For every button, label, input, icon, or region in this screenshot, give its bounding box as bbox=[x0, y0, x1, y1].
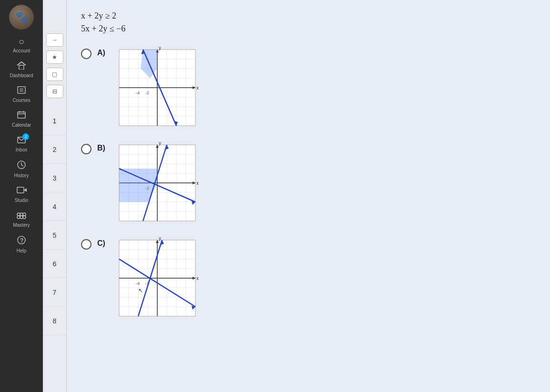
mastery-icon bbox=[16, 211, 27, 221]
svg-point-18 bbox=[20, 216, 23, 219]
option-B-row: B) bbox=[81, 140, 536, 226]
sidebar-item-mastery[interactable]: Mastery bbox=[2, 208, 41, 231]
sidebar-label-help: Help bbox=[17, 248, 27, 253]
help-icon: ? bbox=[17, 235, 26, 247]
option-B-radio[interactable] bbox=[81, 144, 92, 154]
svg-line-9 bbox=[18, 137, 21, 141]
svg-text:y: y bbox=[159, 141, 161, 146]
sidebar-label-mastery: Mastery bbox=[13, 222, 30, 228]
svg-rect-12 bbox=[17, 187, 24, 193]
svg-text:y: y bbox=[159, 45, 161, 50]
svg-rect-4 bbox=[18, 112, 25, 118]
sidebar-item-courses[interactable]: Courses bbox=[2, 83, 41, 106]
svg-text:?: ? bbox=[20, 237, 23, 244]
svg-point-16 bbox=[23, 213, 26, 216]
courses-icon bbox=[17, 86, 26, 97]
num-5[interactable]: 5 bbox=[43, 221, 66, 250]
sidebar-item-help[interactable]: ? Help bbox=[2, 232, 41, 256]
question-line1: x + 2y ≥ 2 bbox=[81, 10, 536, 22]
num-6[interactable]: 6 bbox=[43, 250, 66, 278]
studio-icon bbox=[16, 186, 27, 197]
svg-text:↖: ↖ bbox=[138, 287, 143, 294]
option-C-radio[interactable] bbox=[81, 239, 92, 250]
option-C-row: C) bbox=[81, 235, 536, 321]
svg-text:-2: -2 bbox=[145, 90, 149, 95]
question-header: x + 2y ≥ 2 5x + 2y ≤ −6 bbox=[81, 10, 536, 35]
option-A-graph: x y -2 -4 bbox=[114, 45, 200, 131]
svg-rect-0 bbox=[19, 65, 24, 70]
num-7[interactable]: 7 bbox=[43, 278, 66, 307]
sidebar-label-calendar: Calendar bbox=[12, 122, 31, 128]
option-A-radio[interactable] bbox=[81, 49, 92, 59]
main-content: x + 2y ≥ 2 5x + 2y ≤ −6 A) bbox=[67, 0, 550, 392]
inbox-icon: 2 bbox=[17, 135, 26, 146]
svg-rect-1 bbox=[18, 87, 25, 93]
avatar[interactable]: 🐾 bbox=[9, 5, 34, 30]
sidebar-label-dashboard: Dashboard bbox=[10, 73, 33, 78]
num-2[interactable]: 2 bbox=[43, 135, 66, 164]
svg-text:-4: -4 bbox=[136, 90, 140, 95]
svg-point-14 bbox=[17, 213, 20, 216]
option-C-graph: x y -2 -4 ↖ bbox=[114, 235, 200, 321]
num-3[interactable]: 3 bbox=[43, 164, 66, 192]
icon-sidebar: 🐾 ○ Account Dashboard Courses Calendar 2… bbox=[0, 0, 43, 392]
svg-text:x: x bbox=[196, 181, 199, 186]
calendar-icon bbox=[17, 111, 26, 121]
question-line2: 5x + 2y ≤ −6 bbox=[81, 22, 536, 35]
monitor-btn[interactable]: ⊟ bbox=[46, 85, 63, 98]
svg-text:x: x bbox=[196, 85, 199, 90]
option-A-row: A) bbox=[81, 45, 536, 131]
window-btn[interactable]: ▢ bbox=[46, 68, 63, 81]
sidebar-item-dashboard[interactable]: Dashboard bbox=[2, 58, 41, 81]
svg-point-15 bbox=[20, 213, 23, 216]
inbox-badge: 2 bbox=[22, 133, 29, 140]
history-icon bbox=[17, 160, 26, 172]
num-4[interactable]: 4 bbox=[43, 192, 66, 221]
option-B-graph: x y -2 bbox=[114, 140, 200, 226]
num-8[interactable]: 8 bbox=[43, 307, 66, 335]
num-1[interactable]: 1 bbox=[43, 107, 66, 135]
option-C-label: C) bbox=[97, 239, 109, 248]
svg-marker-13 bbox=[24, 188, 27, 192]
svg-point-19 bbox=[23, 216, 26, 219]
top-icon-group: → ★ ▢ ⊟ bbox=[43, 29, 66, 103]
sidebar-item-account[interactable]: ○ Account bbox=[2, 33, 41, 56]
dashboard-icon bbox=[16, 61, 27, 72]
options-container: A) bbox=[81, 45, 536, 321]
sidebar-item-calendar[interactable]: Calendar bbox=[2, 108, 41, 131]
star-btn[interactable]: ★ bbox=[46, 50, 63, 64]
option-B-label: B) bbox=[97, 144, 109, 152]
svg-text:y: y bbox=[159, 236, 161, 241]
sidebar-label-account: Account bbox=[13, 48, 30, 53]
number-sidebar: → ★ ▢ ⊟ 1 2 3 4 5 6 7 8 bbox=[43, 0, 67, 392]
svg-point-17 bbox=[17, 216, 20, 219]
option-A-label: A) bbox=[97, 49, 109, 57]
sidebar-label-courses: Courses bbox=[12, 98, 30, 103]
sidebar-label-inbox: Inbox bbox=[16, 147, 27, 152]
svg-text:x: x bbox=[196, 276, 199, 281]
account-icon: ○ bbox=[19, 36, 24, 47]
sidebar-item-inbox[interactable]: 2 Inbox bbox=[2, 132, 41, 155]
svg-text:-4: -4 bbox=[136, 281, 140, 286]
sidebar-item-history[interactable]: History bbox=[2, 157, 41, 181]
sidebar-label-studio: Studio bbox=[15, 198, 28, 203]
forward-btn[interactable]: → bbox=[46, 33, 63, 47]
sidebar-label-history: History bbox=[14, 173, 29, 178]
sidebar-item-studio[interactable]: Studio bbox=[2, 183, 41, 206]
